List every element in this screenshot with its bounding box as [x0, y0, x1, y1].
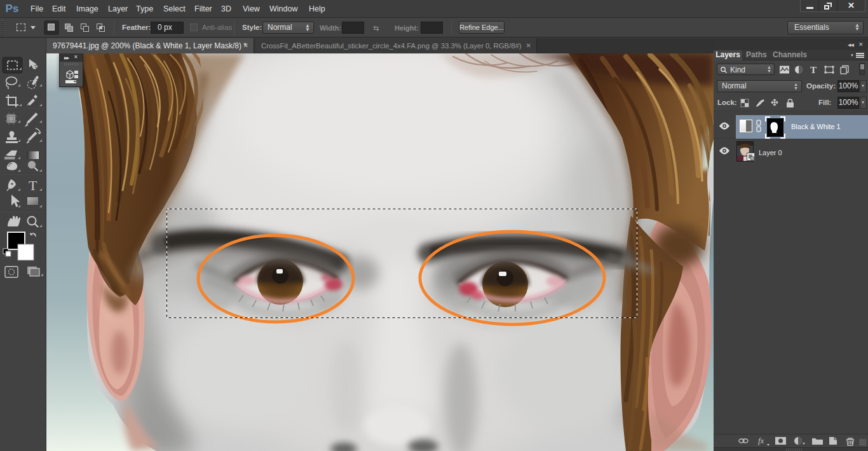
svg-text:T: T	[810, 65, 817, 75]
svg-text:fx: fx	[758, 436, 764, 445]
svg-text:T: T	[29, 177, 37, 193]
